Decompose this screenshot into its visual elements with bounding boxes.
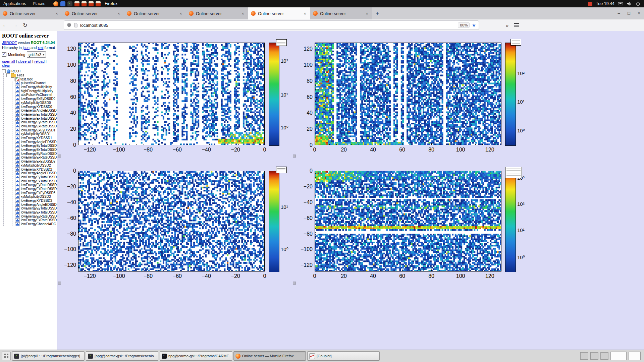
hist-top-right-canvas[interactable]: [315, 43, 501, 145]
taskbar-window-button[interactable]: npg@carme-gsi:~/Programs/CARME...: [160, 351, 232, 361]
tree-item[interactable]: lowEnergyExEyDSSD0: [15, 97, 57, 101]
stats-box[interactable]: [276, 167, 287, 173]
tab-close-icon[interactable]: [178, 11, 183, 16]
hist-bottom-right-canvas[interactable]: [315, 171, 501, 272]
tree-item[interactable]: lowEnergyEyTotalDSSD0: [15, 113, 57, 117]
menu-hamburger-icon[interactable]: [514, 23, 519, 27]
tree-item[interactable]: lowEnergyAngleEDSSD0: [15, 109, 57, 113]
tab-close-icon[interactable]: [303, 11, 307, 16]
tree-item[interactable]: lowEnergyXYDSSD2: [15, 167, 57, 171]
hist-top-left-canvas[interactable]: [78, 43, 265, 145]
browser-tab[interactable]: Online server: [62, 7, 124, 19]
tree-item[interactable]: lowEnergyExEyDSSD2: [15, 160, 57, 164]
xml-link[interactable]: xml: [38, 46, 43, 50]
zoom-indicator[interactable]: 80%: [458, 22, 470, 28]
tree-item[interactable]: lowEnergyEyTotalDSSD3: [15, 206, 57, 210]
workspace-pager-cell[interactable]: [580, 352, 588, 360]
taskbar-window-button[interactable]: [npg@carme-gsi:~/Programs/caenlo...: [86, 351, 158, 361]
tree-item[interactable]: pulserVsChannel: [15, 81, 57, 85]
tree-item[interactable]: lowEnergyExTotalDSSD1: [15, 148, 57, 152]
browser-tab[interactable]: Online server: [186, 7, 248, 19]
tree-node-root[interactable]: ROOT: [2, 69, 57, 73]
tree-item[interactable]: xyMultiplicityDSSD3: [15, 195, 57, 199]
workspace-pager-cell[interactable]: [590, 352, 598, 360]
app-icon-2[interactable]: [82, 1, 87, 6]
clock[interactable]: Tue 19:44: [596, 1, 614, 6]
show-desktop-button[interactable]: [2, 352, 11, 360]
recorder-indicator-icon[interactable]: [588, 2, 592, 6]
tree-node-file[interactable]: test.root: [11, 77, 57, 81]
active-app-label[interactable]: Firefox: [105, 1, 117, 6]
terminal-app-icon[interactable]: [67, 1, 72, 6]
new-tab-button[interactable]: [372, 7, 382, 19]
tree-item[interactable]: lowEnergyEyRateDSSD1: [15, 152, 57, 156]
pad-resize-handle[interactable]: [293, 155, 296, 158]
back-button[interactable]: [0, 22, 10, 28]
taskbar-window-button[interactable]: [pi@nnrpi1: ~/Programs/caenlogger]: [12, 351, 85, 361]
tree-item[interactable]: absPulserVsChannel: [15, 93, 57, 97]
tree-item[interactable]: lowEnergyExTotalDSSD0: [15, 116, 57, 120]
stats-box[interactable]: [511, 39, 521, 46]
tree-item[interactable]: lowEnergyEyTotalDSSD2: [15, 175, 57, 179]
tree-item[interactable]: lowEnergyAngleEDSSD2: [15, 171, 57, 175]
browser-tab[interactable]: Online server: [0, 7, 62, 19]
places-menu[interactable]: Places: [29, 0, 49, 7]
applications-menu[interactable]: Applications: [0, 0, 29, 7]
collapse-icon[interactable]: [11, 77, 14, 81]
clear-link[interactable]: clear: [2, 63, 10, 67]
tree-item[interactable]: lowEnergyXYDSSD1: [15, 136, 57, 140]
stats-box[interactable]: [276, 39, 287, 46]
tree-item[interactable]: highEnergyMultiplicity: [15, 89, 57, 93]
tab-close-icon[interactable]: [240, 11, 245, 16]
collapse-icon[interactable]: [2, 69, 6, 73]
pad-resize-handle[interactable]: [58, 155, 61, 158]
browser-tab[interactable]: Online server: [124, 7, 186, 19]
tree-item[interactable]: xyMultiplicityDSSD0: [15, 101, 57, 105]
window-close-button[interactable]: [634, 7, 644, 19]
overflow-menu-icon[interactable]: [506, 22, 508, 28]
window-maximize-button[interactable]: [624, 7, 634, 19]
reload-link[interactable]: reload: [34, 59, 45, 63]
tree-item[interactable]: lowEnergyExEyDSSD3: [15, 191, 57, 195]
stats-box[interactable]: [505, 167, 522, 178]
tree-item[interactable]: lowEnergyEyRateDSSD0: [15, 120, 57, 124]
tree-item[interactable]: lowEnergyEyTotalDSSD1: [15, 144, 57, 148]
workspace-pager-cell[interactable]: [600, 352, 608, 360]
tree-item[interactable]: lowEnergyExRateDSSD3: [15, 218, 57, 222]
power-icon[interactable]: [635, 1, 641, 6]
color-palette-bar[interactable]: [505, 43, 516, 146]
tree-item[interactable]: lowEnergyExRateDSSD2: [15, 187, 57, 191]
jsroot-link[interactable]: JSROOT: [2, 41, 17, 45]
page-info-icon[interactable]: [73, 23, 78, 27]
monitoring-checkbox[interactable]: [2, 52, 6, 57]
layout-select[interactable]: grid 2x2: [27, 51, 46, 58]
json-link[interactable]: json: [23, 46, 30, 50]
tree-item[interactable]: lowEnergyExRateDSSD1: [15, 156, 57, 160]
tree-item[interactable]: xyMultiplicityDSSD2: [15, 164, 57, 168]
tree-item[interactable]: lowEnergyExRateDSSD0: [15, 124, 57, 128]
taskbar-window-button[interactable]: Online server — Mozilla Firefox: [233, 351, 306, 361]
firefox-launcher-icon[interactable]: [53, 1, 58, 6]
taskbar-window-button[interactable]: [Gnuplot]: [307, 351, 380, 361]
tree-item[interactable]: lowEnergyChannelADC: [15, 222, 57, 226]
forward-button[interactable]: [10, 22, 20, 28]
hist-bottom-left-canvas[interactable]: [78, 171, 265, 272]
tree-item[interactable]: lowEnergyExEyDSSD1: [15, 128, 57, 132]
tree-item[interactable]: xyMultiplicityDSSD1: [15, 132, 57, 136]
color-palette-bar[interactable]: [269, 171, 279, 272]
tree-item[interactable]: lowEnergyEyRateDSSD3: [15, 214, 57, 218]
pad-resize-handle[interactable]: [58, 282, 61, 285]
app-icon-1[interactable]: [74, 1, 79, 6]
color-palette-bar[interactable]: [505, 171, 516, 272]
tree-item[interactable]: lowEnergyEyRateDSSD2: [15, 183, 57, 187]
app-icon-3[interactable]: [89, 1, 94, 6]
tab-close-icon[interactable]: [116, 11, 121, 16]
bookmark-star-icon[interactable]: [472, 22, 476, 28]
tree-item[interactable]: lowEnergyAngleEDSSD1: [15, 140, 57, 144]
reload-button[interactable]: [20, 22, 30, 28]
pad-resize-handle[interactable]: [293, 282, 296, 285]
tray-widget[interactable]: [629, 352, 641, 360]
tree-node-files[interactable]: Files: [6, 73, 57, 77]
open-all-link[interactable]: open all: [2, 59, 15, 63]
close-all-link[interactable]: close all: [18, 59, 32, 63]
